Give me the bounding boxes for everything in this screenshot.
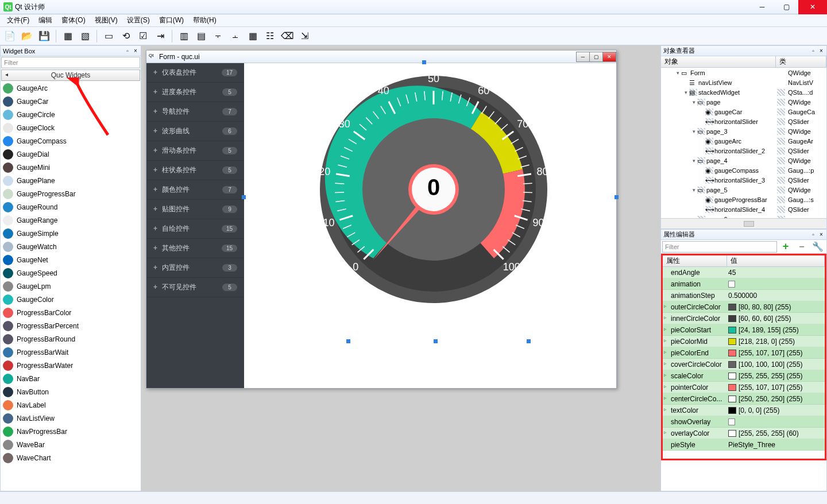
prop-col-value[interactable]: 值	[727, 255, 825, 267]
property-row[interactable]: ▹pieColorStart[24, 189, 155] (255)	[663, 324, 825, 336]
widget-item[interactable]: GaugeRound	[1, 200, 141, 214]
tree-row[interactable]: ▾▤stackedWidgetQSta...:d	[661, 87, 826, 97]
widget-item[interactable]: ProgressBarWater	[1, 359, 141, 372]
category-item[interactable]: +波形曲线6	[146, 122, 244, 141]
expand-icon[interactable]: ▹	[664, 372, 667, 378]
property-row[interactable]: endAngle45	[663, 267, 825, 278]
tree-row[interactable]: ▾▭page_5QWidge	[661, 185, 826, 195]
property-row[interactable]: pieStylePieStyle_Three	[663, 439, 825, 451]
edit-tabs-icon[interactable]: ⇥	[153, 29, 168, 44]
prop-col-name[interactable]: 属性	[663, 255, 727, 267]
tree-row[interactable]: ☰navListViewNavListV	[661, 77, 826, 87]
open-icon[interactable]: 📂	[20, 29, 34, 44]
widget-item[interactable]: GaugeDial	[1, 148, 141, 161]
undock-icon[interactable]: ▫	[123, 47, 132, 55]
property-row[interactable]: ▹innerCircleColor[60, 60, 60] (255)	[663, 313, 825, 324]
menu-form[interactable]: 窗体(O)	[57, 14, 90, 26]
property-row[interactable]: animationStep0.500000	[663, 290, 825, 301]
widget-item[interactable]: GaugeLpm	[1, 280, 141, 293]
tree-row[interactable]: ⟷horizontalSlider_3QSlider	[661, 175, 826, 185]
expand-icon[interactable]: ▹	[664, 326, 667, 332]
category-item[interactable]: +导航控件7	[146, 102, 244, 122]
send-back-icon[interactable]: ▦	[60, 29, 75, 44]
tree-row[interactable]: ▸▭page_6	[661, 214, 826, 218]
property-row[interactable]: ▹outerCircleColor[80, 80, 80] (255)	[663, 301, 825, 313]
widget-filter-input[interactable]: Filter	[1, 57, 140, 68]
widget-item[interactable]: GaugeMini	[1, 161, 141, 174]
widget-item[interactable]: ProgressBarColor	[1, 306, 141, 319]
tree-row[interactable]: ▾▭page_4QWidge	[661, 156, 826, 165]
widget-item[interactable]: GaugeCar	[1, 95, 141, 108]
widget-item[interactable]: GaugeColor	[1, 293, 141, 306]
property-row[interactable]: ▹pieColorMid[218, 218, 0] (255)	[663, 336, 825, 347]
checkbox[interactable]	[728, 281, 735, 288]
widget-item[interactable]: GaugeNet	[1, 253, 141, 266]
property-filter-input[interactable]: Filter	[662, 241, 777, 253]
close-panel-icon[interactable]: ×	[817, 231, 825, 239]
category-item[interactable]: +滑动条控件5	[146, 141, 244, 161]
widget-item[interactable]: NavLabel	[1, 398, 141, 412]
widget-item[interactable]: ProgressBarRound	[1, 332, 141, 346]
category-item[interactable]: +内置控件3	[146, 258, 244, 278]
category-item[interactable]: +其他控件15	[146, 239, 244, 258]
tree-row[interactable]: ⟷horizontalSlider_4QSlider	[661, 204, 826, 214]
category-item[interactable]: +贴图控件9	[146, 200, 244, 219]
menu-window[interactable]: 窗口(W)	[154, 14, 188, 26]
layout-v-icon[interactable]: ▤	[194, 29, 208, 44]
widget-item[interactable]: NavBar	[1, 372, 141, 385]
widget-item[interactable]: WaveChart	[1, 451, 141, 464]
adjust-size-icon[interactable]: ⇲	[297, 29, 312, 44]
widget-item[interactable]: GaugeRange	[1, 214, 141, 227]
property-row[interactable]: ▹centerCircleCo...[250, 250, 250] (255)	[663, 393, 825, 405]
expand-icon[interactable]: ▹	[664, 429, 667, 435]
tree-row[interactable]: ▾▭page_3QWidge	[661, 126, 826, 136]
form-minimize-button[interactable]: ─	[576, 52, 590, 62]
tree-row[interactable]: ◉gaugeCompassGaug...:p	[661, 165, 826, 175]
widget-item[interactable]: GaugeSpeed	[1, 266, 141, 280]
new-icon[interactable]: 📄	[2, 29, 17, 44]
layout-h-icon[interactable]: ▥	[176, 29, 191, 44]
tree-row[interactable]: ◉gaugeProgressBarGaug...:s	[661, 195, 826, 204]
expand-icon[interactable]: ▹	[664, 303, 667, 309]
category-item[interactable]: +不可见控件5	[146, 278, 244, 297]
property-row[interactable]: ▹coverCircleColor[100, 100, 100] (255)	[663, 359, 825, 370]
break-layout-icon[interactable]: ⌫	[280, 29, 295, 44]
menu-file[interactable]: 文件(F)	[2, 14, 34, 26]
design-canvas[interactable]: 0102030405060708090100 0	[244, 63, 616, 388]
layout-hsplit-icon[interactable]: ⫟	[211, 29, 226, 44]
edit-widgets-icon[interactable]: ▭	[101, 29, 116, 44]
widget-item[interactable]: WaveBar	[1, 438, 141, 451]
add-property-icon[interactable]: +	[778, 239, 793, 254]
menu-view[interactable]: 视图(V)	[90, 14, 122, 26]
category-item[interactable]: +柱状条控件5	[146, 161, 244, 180]
category-item[interactable]: +仪表盘控件17	[146, 63, 244, 83]
property-row[interactable]: ▹pointerColor[255, 107, 107] (255)	[663, 382, 825, 393]
tree-row[interactable]: ◉gaugeCarGaugeCa	[661, 107, 826, 117]
widget-item[interactable]: GaugeCircle	[1, 108, 141, 121]
expand-icon[interactable]: ▹	[664, 315, 667, 320]
inspector-col-object[interactable]: 对象	[661, 56, 776, 68]
widget-item[interactable]: GaugePlane	[1, 174, 141, 187]
widget-item[interactable]: GaugeCompass	[1, 134, 141, 148]
close-panel-icon[interactable]: ×	[817, 47, 825, 55]
tree-row[interactable]: ▾▭FormQWidge	[661, 68, 826, 77]
property-row[interactable]: ▹pieColorEnd[255, 107, 107] (255)	[663, 347, 825, 359]
expand-icon[interactable]: ▾	[683, 90, 689, 95]
property-row[interactable]: ▹textColor[0, 0, 0] (255)	[663, 405, 825, 416]
category-item[interactable]: +颜色控件7	[146, 180, 244, 200]
expand-icon[interactable]: ▹	[664, 383, 667, 389]
undock-icon[interactable]: ▫	[809, 231, 817, 239]
expand-icon[interactable]: ▹	[664, 338, 667, 343]
widget-item[interactable]: GaugeClock	[1, 121, 141, 134]
edit-buddies-icon[interactable]: ☑	[136, 29, 150, 44]
menu-settings[interactable]: 设置(S)	[122, 14, 154, 26]
category-item[interactable]: +进度条控件5	[146, 83, 244, 102]
checkbox[interactable]	[728, 418, 735, 425]
tree-row[interactable]: ▾▭pageQWidge	[661, 97, 826, 107]
widget-item[interactable]: NavProgressBar	[1, 425, 141, 438]
expand-icon[interactable]: ▹	[664, 349, 667, 355]
widget-item[interactable]: GaugeWatch	[1, 240, 141, 253]
close-panel-icon[interactable]: ×	[132, 47, 140, 55]
tree-row[interactable]: ◉gaugeArcGaugeAr	[661, 136, 826, 146]
widget-item[interactable]: NavButton	[1, 385, 141, 398]
